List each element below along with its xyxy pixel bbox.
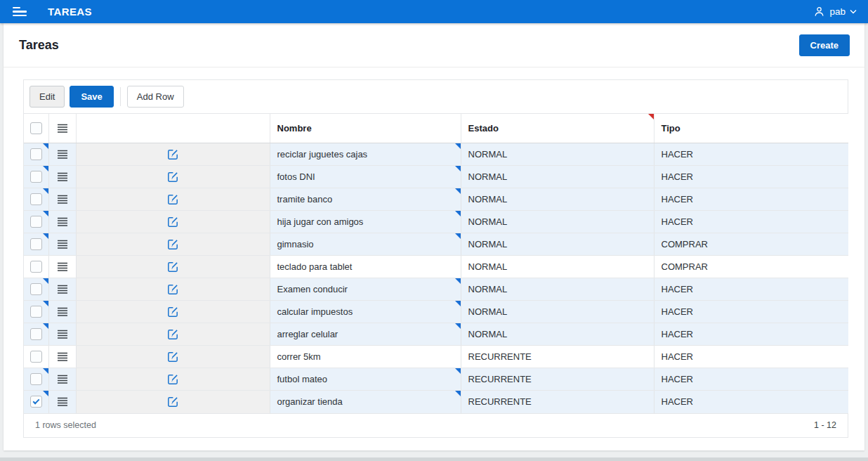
tipo-cell[interactable]: HACER bbox=[654, 211, 848, 233]
table-row: gimnasio NORMAL COMPRAR bbox=[24, 233, 848, 256]
save-button[interactable]: Save bbox=[70, 86, 113, 108]
tipo-cell[interactable]: HACER bbox=[654, 346, 848, 368]
row-menu-icon bbox=[57, 195, 68, 204]
row-checkbox[interactable] bbox=[30, 306, 42, 318]
tipo-cell[interactable]: HACER bbox=[654, 391, 848, 413]
row-edit-button[interactable] bbox=[164, 349, 182, 364]
edit-button[interactable]: Edit bbox=[29, 86, 65, 108]
nombre-cell[interactable]: organizar tienda bbox=[270, 391, 461, 413]
row-edit-button[interactable] bbox=[164, 214, 182, 229]
tipo-cell[interactable]: HACER bbox=[654, 301, 848, 323]
nombre-cell[interactable]: reciclar juguetes cajas bbox=[270, 143, 461, 166]
estado-cell[interactable]: NORMAL bbox=[461, 211, 654, 233]
row-edit-button[interactable] bbox=[164, 237, 182, 252]
row-edit-button[interactable] bbox=[164, 259, 182, 274]
row-menu-button[interactable] bbox=[54, 238, 71, 251]
row-checkbox[interactable] bbox=[30, 351, 42, 363]
row-edit-button[interactable] bbox=[164, 327, 182, 342]
user-name: pab bbox=[829, 6, 846, 17]
row-menu-button[interactable] bbox=[54, 351, 71, 363]
row-edit-button[interactable] bbox=[164, 304, 182, 319]
nombre-cell[interactable]: teclado para tablet bbox=[270, 256, 461, 278]
tipo-cell[interactable]: HACER bbox=[654, 188, 848, 211]
row-changed-indicator bbox=[43, 211, 48, 216]
row-edit-button[interactable] bbox=[164, 282, 182, 297]
estado-cell[interactable]: NORMAL bbox=[461, 301, 654, 323]
nombre-cell[interactable]: futbol mateo bbox=[270, 368, 461, 391]
nav-menu-button[interactable] bbox=[8, 3, 31, 20]
estado-cell[interactable]: RECURRENTE bbox=[461, 368, 654, 391]
nombre-cell[interactable]: calcular impuestos bbox=[270, 301, 461, 323]
row-menu-button[interactable] bbox=[54, 261, 71, 273]
row-menu-button[interactable] bbox=[54, 171, 71, 183]
tipo-cell[interactable]: HACER bbox=[654, 278, 848, 301]
row-menu-button[interactable] bbox=[54, 396, 71, 408]
nombre-cell[interactable]: fotos DNI bbox=[270, 166, 461, 188]
estado-cell[interactable]: NORMAL bbox=[461, 233, 654, 256]
estado-value: NORMAL bbox=[468, 329, 508, 339]
user-menu-button[interactable]: pab bbox=[812, 3, 858, 20]
add-row-button[interactable]: Add Row bbox=[127, 86, 184, 108]
estado-cell[interactable]: NORMAL bbox=[461, 256, 654, 278]
row-edit-button[interactable] bbox=[164, 372, 182, 387]
tipo-cell[interactable]: HACER bbox=[654, 166, 848, 188]
row-menu-button[interactable] bbox=[54, 306, 71, 318]
column-header-tipo[interactable]: Tipo bbox=[654, 114, 848, 143]
row-edit-button[interactable] bbox=[164, 169, 182, 184]
tipo-cell[interactable]: HACER bbox=[654, 323, 848, 346]
row-checkbox[interactable] bbox=[30, 283, 42, 295]
row-checkbox[interactable] bbox=[30, 148, 42, 160]
grid-header: Nombre Estado Tipo bbox=[24, 114, 848, 143]
tipo-cell[interactable]: COMPRAR bbox=[654, 256, 848, 278]
row-edit-cell bbox=[76, 233, 270, 256]
row-checkbox[interactable] bbox=[30, 261, 42, 273]
row-menu-button[interactable] bbox=[54, 328, 71, 341]
row-menu-button[interactable] bbox=[54, 373, 71, 386]
tipo-cell[interactable]: COMPRAR bbox=[654, 233, 848, 256]
nombre-value: tramite banco bbox=[277, 194, 333, 204]
row-menu-button[interactable] bbox=[54, 148, 71, 161]
estado-value: NORMAL bbox=[468, 149, 508, 160]
tipo-value: HACER bbox=[662, 396, 694, 407]
row-checkbox[interactable] bbox=[30, 193, 42, 205]
nombre-value: gimnasio bbox=[277, 239, 314, 249]
table-row: arreglar celular NORMAL HACER bbox=[24, 323, 848, 346]
estado-cell[interactable]: NORMAL bbox=[461, 323, 654, 346]
row-checkbox[interactable] bbox=[30, 396, 42, 408]
row-menu-icon bbox=[57, 352, 68, 362]
nombre-cell[interactable]: Examen conducir bbox=[270, 278, 461, 301]
row-menu-button[interactable] bbox=[54, 216, 71, 228]
nombre-cell[interactable]: correr 5km bbox=[270, 346, 461, 368]
row-menu-button[interactable] bbox=[54, 193, 71, 206]
row-checkbox[interactable] bbox=[30, 328, 42, 340]
tipo-cell[interactable]: HACER bbox=[654, 143, 848, 166]
estado-cell[interactable]: RECURRENTE bbox=[461, 346, 654, 368]
select-all-checkbox[interactable] bbox=[30, 122, 42, 134]
create-button[interactable]: Create bbox=[799, 34, 850, 56]
column-header-estado[interactable]: Estado bbox=[461, 114, 654, 143]
table-row: fotos DNI NORMAL HACER bbox=[24, 166, 848, 188]
row-menu-button[interactable] bbox=[54, 283, 71, 296]
nombre-cell[interactable]: tramite banco bbox=[270, 188, 461, 211]
row-checkbox[interactable] bbox=[30, 171, 42, 183]
row-edit-button[interactable] bbox=[164, 192, 182, 207]
estado-cell[interactable]: NORMAL bbox=[461, 143, 654, 166]
row-menu-icon bbox=[57, 375, 68, 384]
row-checkbox[interactable] bbox=[30, 373, 42, 385]
row-checkbox[interactable] bbox=[30, 216, 42, 228]
nombre-cell[interactable]: hija jugar con amigos bbox=[270, 211, 461, 233]
estado-cell[interactable]: NORMAL bbox=[461, 278, 654, 301]
table-row: futbol mateo RECURRENTE HACER bbox=[24, 368, 848, 391]
row-edit-button[interactable] bbox=[164, 394, 182, 409]
nombre-cell[interactable]: arreglar celular bbox=[270, 323, 461, 346]
nombre-value: calcular impuestos bbox=[277, 306, 353, 317]
grid-menu-button[interactable] bbox=[54, 122, 71, 135]
tipo-cell[interactable]: HACER bbox=[654, 368, 848, 391]
estado-cell[interactable]: NORMAL bbox=[461, 166, 654, 188]
row-edit-button[interactable] bbox=[164, 147, 182, 162]
row-checkbox[interactable] bbox=[30, 238, 42, 250]
estado-cell[interactable]: NORMAL bbox=[461, 188, 654, 211]
nombre-cell[interactable]: gimnasio bbox=[270, 233, 461, 256]
column-header-nombre[interactable]: Nombre bbox=[270, 114, 461, 143]
estado-cell[interactable]: RECURRENTE bbox=[461, 391, 654, 413]
